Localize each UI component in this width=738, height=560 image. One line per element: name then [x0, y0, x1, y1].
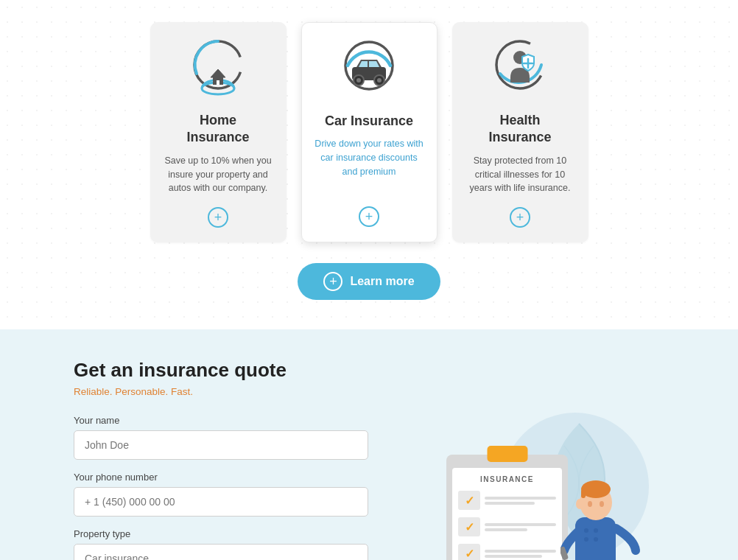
learn-more-plus-icon: + [323, 272, 342, 291]
car-icon [336, 38, 402, 104]
car-card-title: Car Insurance [325, 113, 413, 130]
property-label: Property type [74, 528, 368, 539]
name-field-group: Your name [74, 415, 368, 460]
property-input[interactable] [74, 544, 368, 560]
health-card-title: Health Insurance [488, 112, 551, 147]
check-item-2: ✓ [458, 517, 556, 536]
check-mark-3: ✓ [458, 544, 480, 560]
clipboard-inner: INSURANCE ✓ ✓ [452, 468, 562, 560]
svg-marker-2 [211, 69, 225, 77]
home-insurance-card: Home Insurance Save up to 10% when you i… [150, 22, 287, 242]
svg-point-19 [584, 537, 588, 542]
home-card-desc: Save up to 10% when you insure your prop… [161, 154, 275, 195]
check-lines-3 [485, 550, 556, 558]
health-insurance-card: Health Insurance Stay protected from 10 … [452, 22, 588, 242]
svg-point-20 [594, 537, 598, 542]
check-mark-2: ✓ [458, 517, 480, 536]
illustration-col: INSURANCE ✓ ✓ [368, 359, 723, 560]
home-card-title: Home Insurance [186, 112, 249, 147]
phone-label: Your phone number [74, 472, 368, 483]
top-section: Home Insurance Save up to 10% when you i… [0, 0, 738, 329]
svg-rect-23 [581, 489, 586, 498]
svg-point-28 [588, 501, 592, 507]
cards-row: Home Insurance Save up to 10% when you i… [15, 22, 723, 242]
svg-rect-4 [217, 80, 219, 85]
health-icon [487, 37, 553, 103]
quote-form-col: Get an insurance quote Reliable. Persona… [15, 359, 368, 560]
phone-input[interactable] [74, 487, 368, 517]
svg-point-29 [600, 501, 604, 507]
home-icon [185, 37, 251, 103]
learn-more-button[interactable]: + Learn more [298, 263, 440, 300]
svg-point-18 [594, 528, 598, 533]
form-section-subtitle: Reliable. Personable. Fast. [74, 386, 368, 397]
svg-point-10 [377, 78, 382, 83]
check-lines-1 [485, 497, 556, 505]
name-label: Your name [74, 415, 368, 426]
car-insurance-card: Car Insurance Drive down your rates with… [301, 22, 437, 242]
home-card-plus-btn[interactable]: + [208, 207, 228, 228]
check-item-3: ✓ [458, 544, 556, 560]
health-card-desc: Stay protected from 10 critical illnesse… [463, 154, 577, 195]
phone-field-group: Your phone number [74, 472, 368, 517]
person-illustration [560, 444, 642, 560]
bottom-section: Get an insurance quote Reliable. Persona… [0, 329, 738, 560]
health-card-plus-btn[interactable]: + [510, 207, 530, 228]
clipboard: INSURANCE ✓ ✓ [446, 455, 568, 560]
learn-more-label: Learn more [350, 275, 414, 288]
clipboard-clip [487, 446, 527, 462]
svg-point-17 [584, 528, 588, 533]
name-input[interactable] [74, 430, 368, 460]
car-card-plus-btn[interactable]: + [359, 206, 379, 227]
clipboard-title: INSURANCE [458, 475, 556, 483]
property-field-group: Property type [74, 528, 368, 560]
svg-point-30 [576, 499, 583, 509]
check-item-1: ✓ [458, 491, 556, 510]
form-section-title: Get an insurance quote [74, 359, 368, 382]
car-card-desc: Drive down your rates with car insurance… [313, 137, 426, 195]
check-mark-1: ✓ [458, 491, 480, 510]
check-lines-2 [485, 523, 556, 531]
svg-point-8 [356, 78, 361, 83]
